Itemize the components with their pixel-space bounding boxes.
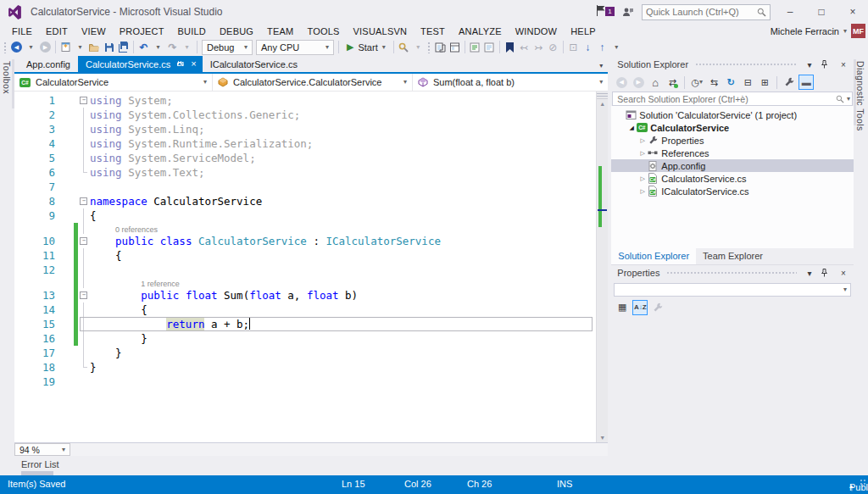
quick-launch-input[interactable] (642, 4, 771, 20)
wrench-icon[interactable] (650, 300, 665, 315)
tree-item-solution-calculatorservice-1-project[interactable]: Solution 'CalculatorService' (1 project) (611, 108, 854, 121)
menu-project[interactable]: PROJECT (113, 26, 171, 36)
feedback-icon[interactable] (622, 7, 634, 18)
search-options-chevron-icon[interactable]: ▾ (847, 96, 850, 103)
close-tab-icon[interactable]: × (191, 59, 196, 69)
categorized-view-icon[interactable]: ▦ (615, 300, 630, 315)
menu-window[interactable]: WINDOW (509, 26, 564, 36)
code-line-10[interactable]: 10− public class CalculatorService : ICa… (14, 234, 596, 248)
code-line-1[interactable]: 1−using System; (14, 93, 596, 108)
toolbar-grip[interactable] (3, 42, 8, 53)
code-line-17[interactable]: 17 } (14, 346, 596, 360)
editor-splitter-handle[interactable] (597, 92, 608, 99)
redo-button[interactable]: ↷ (165, 40, 180, 55)
pin-icon[interactable] (821, 269, 832, 277)
preview-selected-items-icon[interactable]: ⊡ (566, 40, 581, 55)
undo-button[interactable]: ↶ (136, 40, 151, 55)
collapse-arrow-icon[interactable]: ◢ (627, 125, 636, 131)
menu-team[interactable]: TEAM (260, 26, 300, 36)
pin-icon[interactable] (821, 60, 832, 69)
code-line-12[interactable]: 12 (14, 263, 596, 277)
menu-tools[interactable]: TOOLS (300, 26, 346, 36)
user-avatar[interactable]: MF (851, 24, 865, 38)
expand-arrow-icon[interactable]: ▷ (638, 150, 647, 157)
toolbar-options-chevron-icon[interactable]: ▾ (411, 40, 426, 55)
find-in-files-button[interactable] (397, 40, 411, 55)
menu-test[interactable]: TEST (414, 26, 452, 36)
code-line-9[interactable]: 9{ (14, 208, 596, 223)
tree-item-properties[interactable]: ▷Properties (611, 134, 854, 147)
open-file-button[interactable] (87, 40, 102, 55)
diagnostic-tools-autohide-tab[interactable]: Diagnostic Tools (854, 56, 868, 456)
code-line-5[interactable]: 5using System.ServiceModel; (14, 151, 596, 165)
tree-item-calculatorservice[interactable]: ◢C#CalculatorService (611, 121, 854, 134)
member-dropdown[interactable]: Sum(float a, float b) ▾ (413, 74, 608, 91)
code-line-8[interactable]: 8−namespace CalculatorService (14, 194, 596, 208)
code-line-2[interactable]: 2using System.Collections.Generic; (14, 108, 596, 122)
panel-menu-chevron-icon[interactable]: ▾ (804, 60, 815, 69)
uncomment-selection-icon[interactable] (482, 40, 497, 55)
move-line-down-icon[interactable]: ↓ (581, 40, 595, 55)
scroll-up-icon[interactable]: ▲ (597, 99, 608, 108)
code-line-4[interactable]: 4using System.Runtime.Serialization; (14, 136, 596, 151)
expand-arrow-icon[interactable]: ▷ (638, 137, 647, 144)
next-bookmark-icon[interactable]: ↣ (531, 40, 546, 55)
clear-bookmarks-icon[interactable]: ⊘ (546, 40, 560, 55)
toolbox-autohide-tab[interactable]: Toolbox (0, 56, 14, 456)
redo-chevron-icon[interactable]: ▾ (180, 40, 194, 55)
solution-explorer-shortcut-icon[interactable] (433, 40, 448, 55)
tree-item-references[interactable]: ▷References (611, 147, 854, 159)
codelens-row[interactable]: 0 references (14, 223, 596, 234)
code-line-6[interactable]: 6using System.Text; (14, 165, 596, 180)
start-debug-button[interactable]: ▶ Start ▾ (342, 40, 391, 55)
refresh-icon[interactable]: ↻ (723, 75, 738, 90)
code-line-7[interactable]: 7 (14, 180, 596, 194)
solution-platform-select[interactable]: Any CPU▾ (256, 40, 334, 55)
editor-zoom-select[interactable]: 94 %▾ (14, 443, 70, 456)
properties-window-shortcut-icon[interactable] (448, 40, 462, 55)
expand-arrow-icon[interactable]: ▷ (638, 175, 647, 182)
menu-analyze[interactable]: ANALYZE (452, 26, 509, 36)
code-editor[interactable]: 1−using System;2using System.Collections… (14, 92, 608, 442)
editor-vertical-scrollbar[interactable]: ▲ ▼ (596, 92, 608, 442)
sync-with-active-document-icon[interactable]: ⇄ (665, 75, 680, 90)
save-all-button[interactable] (116, 40, 131, 55)
switch-views-icon[interactable]: ⇆ (706, 75, 721, 90)
toggle-bookmark-icon[interactable] (503, 40, 517, 55)
navigate-forward-button[interactable]: ▶ (38, 40, 53, 55)
close-icon[interactable]: × (837, 269, 849, 278)
menu-debug[interactable]: DEBUG (213, 26, 260, 36)
tree-item-app-config[interactable]: App.config (611, 159, 854, 172)
code-line-18[interactable]: 18} (14, 360, 596, 375)
outlining-collapse-box[interactable]: − (80, 291, 87, 299)
menu-view[interactable]: VIEW (75, 26, 113, 36)
menu-build[interactable]: BUILD (171, 26, 213, 36)
tree-item-icalculatorservice-cs[interactable]: ▷C#ICalculatorService.cs (611, 185, 854, 197)
expand-arrow-icon[interactable]: ▷ (638, 188, 647, 195)
error-list-tab[interactable]: Error List (21, 459, 59, 469)
solution-explorer-search-input[interactable]: ▾ (612, 92, 853, 106)
panel-tab-team-explorer[interactable]: Team Explorer (696, 248, 770, 264)
new-project-button[interactable] (58, 40, 73, 55)
toolbox-tab-label[interactable]: Toolbox (2, 61, 12, 94)
properties-object-select[interactable]: ▾ (614, 283, 851, 297)
document-tab-icalculatorservice.cs[interactable]: ICalculatorService.cs (203, 56, 305, 72)
code-line-3[interactable]: 3using System.Linq; (14, 122, 596, 136)
diagnostic-tools-tab-label[interactable]: Diagnostic Tools (855, 61, 865, 131)
notifications-flag-icon[interactable]: 1 (596, 5, 615, 19)
menu-edit[interactable]: EDIT (39, 26, 75, 36)
wrench-icon[interactable] (782, 75, 797, 90)
toolbar-overflow-chevron-icon[interactable]: ▾ (609, 40, 624, 55)
resize-grip[interactable] (860, 479, 866, 486)
menu-help[interactable]: HELP (564, 26, 603, 36)
tree-item-calculatorservice-cs[interactable]: ▷C#CalculatorService.cs (611, 172, 854, 185)
toolbar-grip[interactable] (427, 42, 431, 53)
navigate-backward-chevron-icon[interactable]: ▾ (24, 40, 38, 55)
move-line-up-icon[interactable]: ↑ (595, 40, 609, 55)
codelens-row[interactable]: 1 reference (14, 277, 596, 288)
panel-tab-solution-explorer[interactable]: Solution Explorer (611, 248, 696, 264)
menu-visualsvn[interactable]: VISUALSVN (347, 26, 415, 36)
collapse-all-icon[interactable]: ⊟ (740, 75, 755, 90)
user-name[interactable]: Michele Ferracin (771, 26, 839, 36)
home-icon[interactable]: ⌂ (648, 75, 663, 90)
